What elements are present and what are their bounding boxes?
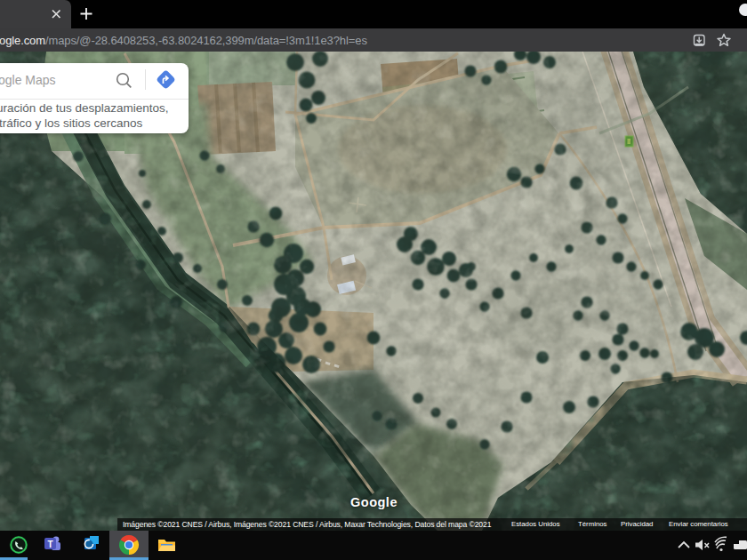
- svg-text:T: T: [47, 540, 52, 549]
